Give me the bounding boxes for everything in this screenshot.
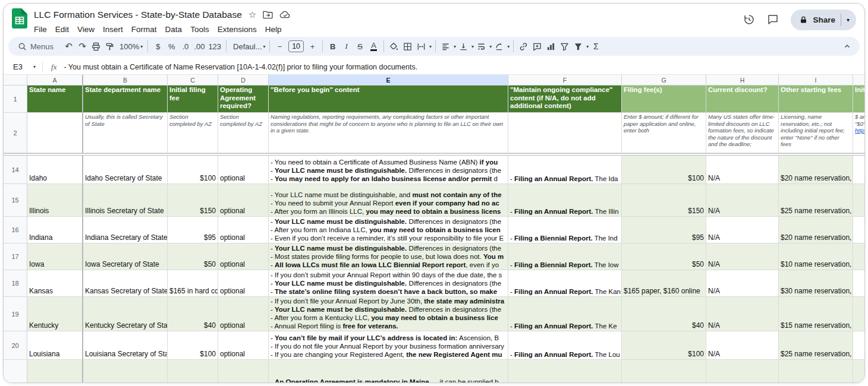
cell-b14[interactable]: Idaho Secretary of State [83,156,168,184]
column-header-j[interactable] [853,75,864,86]
cell-i[interactable] [779,360,853,383]
cell-g15[interactable]: $150 [622,184,706,217]
cell-d17[interactable]: optional [218,243,269,270]
header-cell-a[interactable]: State name [27,86,83,113]
cell-g19[interactable]: $40 [622,297,706,331]
redo-button[interactable]: ↷ [76,39,89,53]
column-header-i[interactable]: I [779,75,853,86]
cell-f[interactable] [508,360,622,383]
column-header-a[interactable]: A [27,75,83,86]
column-header-b[interactable]: B [83,75,168,86]
column-header-d[interactable]: D [218,75,269,86]
italic-button[interactable]: I [339,39,353,53]
cell-j[interactable] [853,360,864,383]
cell-c18[interactable]: $165 in hard cop [168,270,218,297]
cell-a14[interactable]: Idaho [27,156,83,184]
filter-views-button[interactable] [571,39,585,53]
description-cell-c[interactable]: Section completed by AZ [168,113,218,153]
cell-f16[interactable]: - Filing a Biennial Report. The Ind [508,217,622,243]
header-cell-c[interactable]: Initial filing fee [168,86,218,113]
cell-j17[interactable] [853,243,864,270]
cell-f17[interactable]: - Filing a Biennial Report. The Iow [508,243,622,270]
vertical-align-button[interactable] [457,39,470,53]
cell-d18[interactable]: optional [218,270,269,297]
cell-j19[interactable] [853,297,864,331]
doc-title[interactable]: LLC Formation Services - State-by-State … [34,10,242,20]
cell-c14[interactable]: $100 [168,156,218,184]
cell-j14[interactable] [853,156,864,184]
cell-a19[interactable]: Kentucky [27,297,83,331]
horizontal-align-button[interactable] [439,39,452,53]
filter-button[interactable] [558,39,571,53]
cell-i18[interactable]: $30 name reservation, Non [779,270,853,297]
cell-b15[interactable]: Illinois Secretary of State [83,184,168,217]
cell-b20[interactable]: Louisiana Secretary of Stat [83,331,168,360]
cell-e20[interactable]: - You can’t file by mail if your LLC’s a… [269,331,508,360]
description-cell-b[interactable]: Usually, this is called Secretary of Sta… [83,113,168,153]
format-percent-button[interactable]: % [165,39,178,53]
cell-j16[interactable] [853,217,864,243]
menu-data[interactable]: Data [161,24,187,35]
increase-font-size-button[interactable]: + [306,39,319,53]
cell-g14[interactable]: $100 [622,156,706,184]
cell-d14[interactable]: optional [218,156,269,184]
cell-h[interactable] [706,360,779,383]
chevron-down-icon[interactable]: ▾ [33,64,36,69]
cell-a[interactable] [27,360,83,383]
column-header-g[interactable]: G [622,75,706,86]
text-rotation-button[interactable] [492,39,506,53]
borders-button[interactable] [401,39,414,53]
cell-c17[interactable]: $50 [168,243,218,270]
paint-format-button[interactable] [103,39,117,53]
menu-view[interactable]: View [73,24,99,35]
row-number-partial[interactable] [4,360,27,383]
cell-c16[interactable]: $95 [168,217,218,243]
chevron-down-icon[interactable]: ▾ [454,44,456,49]
cell-d15[interactable]: optional [218,184,269,217]
description-cell-j[interactable]: $ am requ "$0"); https istere [853,113,864,153]
formula-input[interactable]: - You must obtain a Certificate of Name … [64,63,864,71]
cell-i19[interactable]: $15 name reservation, Non [779,297,853,331]
cell-c19[interactable]: $40 [168,297,218,331]
comments-icon[interactable] [762,9,784,30]
cell-d16[interactable]: optional [218,217,269,243]
text-wrap-button[interactable] [474,39,488,53]
cell-e14[interactable]: - You need to obtain a Certificate of As… [269,156,508,184]
menu-insert[interactable]: Insert [99,24,127,35]
move-folder-icon[interactable] [263,10,273,19]
cell-e15[interactable]: - Your LLC name must be distinguishable,… [269,184,508,217]
fill-color-button[interactable] [387,39,401,53]
chevron-down-icon[interactable]: ▾ [471,44,474,49]
cell-h15[interactable]: N/A [706,184,779,217]
cell-b17[interactable]: Iowa Secretary of State [83,243,168,270]
header-cell-d[interactable]: Operating Agreement required? [218,86,269,113]
cell-d[interactable] [218,360,269,383]
cell-f14[interactable]: - Filing an Annual Report. The Ida [508,156,622,184]
header-cell-b[interactable]: State department name [83,86,168,113]
cell-i20[interactable]: $25 name reservation, [779,331,853,360]
version-history-icon[interactable] [738,9,760,30]
undo-button[interactable]: ↶ [62,39,76,53]
cell-h20[interactable]: N/A [706,331,779,360]
cell-e19[interactable]: - If you don’t file your Annual Report b… [269,297,508,331]
cloud-status-icon[interactable] [279,10,291,19]
cell-i17[interactable]: $10 name reservation, Non [779,243,853,270]
header-cell-e[interactable]: "Before you begin" content [269,86,508,113]
cell-a17[interactable]: Iowa [27,243,83,270]
cell-g[interactable] [622,360,706,383]
cell-g17[interactable]: $50 [622,243,706,270]
name-box[interactable]: E3 [7,62,32,71]
cell-a15[interactable]: Illinois [27,184,83,217]
cell-e[interactable]: - An Operating Agreement is mandatory in… [269,360,508,383]
format-currency-button[interactable]: $ [151,39,165,53]
cell-j20[interactable] [853,331,864,360]
cell-b16[interactable]: Indiana Secretary of State [83,217,168,243]
row-number-15[interactable]: 15 [4,184,27,217]
row-number-14[interactable]: 14 [4,156,27,184]
column-header-e[interactable]: E [269,75,508,86]
functions-button[interactable]: Σ [589,39,603,53]
increase-decimal-button[interactable]: .00 [192,39,206,53]
menu-edit[interactable]: Edit [51,24,73,35]
header-cell-g[interactable]: Filing fee(s) [622,86,706,113]
description-cell-a[interactable] [27,113,83,153]
